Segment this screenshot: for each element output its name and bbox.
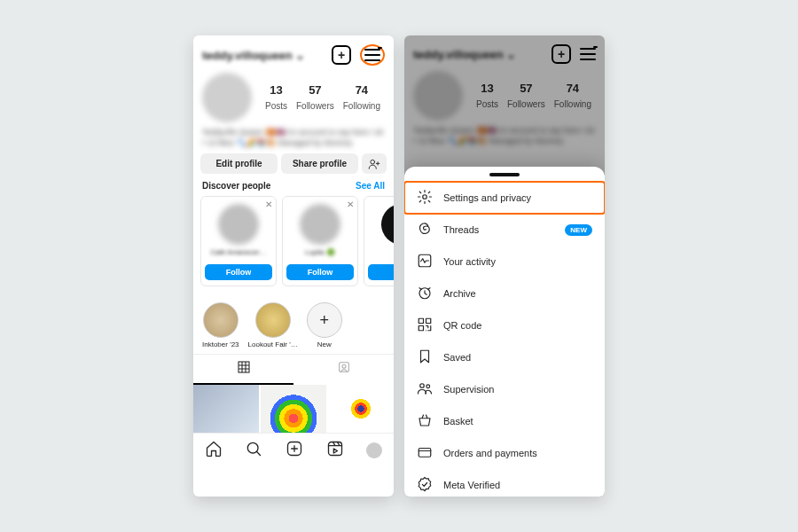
posts-grid[interactable] [193, 385, 394, 433]
svg-point-13 [420, 384, 425, 388]
menu-item-saved[interactable]: Saved [404, 341, 605, 373]
menu-item-orders[interactable]: Orders and payments [404, 437, 605, 469]
archive-icon [417, 285, 433, 302]
menu-highlight-ring [360, 44, 385, 66]
nav-profile-icon[interactable] [366, 442, 382, 458]
menu-item-label: Archive [443, 288, 476, 299]
menu-item-label: Settings and privacy [443, 192, 531, 203]
basket-icon [417, 412, 433, 430]
svg-rect-6 [328, 442, 341, 455]
stat-following[interactable]: 74Following [343, 83, 380, 113]
menu-item-activity[interactable]: Your activity [404, 246, 605, 278]
chevron-down-icon: ⌄ [295, 49, 305, 62]
profile-avatar[interactable] [202, 73, 252, 122]
tab-tagged[interactable] [293, 355, 394, 385]
qr-icon [417, 317, 433, 334]
tab-grid[interactable] [193, 355, 293, 385]
follow-button[interactable]: Follow [286, 264, 354, 280]
verified-icon [417, 476, 433, 494]
svg-point-7 [423, 195, 427, 200]
orders-icon [417, 444, 433, 462]
close-icon[interactable]: ✕ [347, 200, 354, 209]
bottom-sheet-menu: Settings and privacyThreadsNEWYour activ… [404, 167, 605, 497]
svg-rect-15 [419, 449, 431, 458]
menu-item-label: Threads [443, 224, 479, 235]
supervision-icon [417, 380, 433, 398]
menu-item-basket[interactable]: Basket [404, 405, 605, 437]
edit-profile-button[interactable]: Edit profile [200, 153, 278, 174]
profile-bio: Teddyvillo Queen 🇪🇸🇬🇧 An account to say … [193, 128, 394, 153]
menu-item-label: Basket [443, 416, 473, 426]
discover-title: Discover people [202, 181, 270, 191]
suggestion-card[interactable]: ✕Café Amanecer…Follow [200, 196, 277, 286]
see-all-link[interactable]: See All [356, 181, 385, 191]
svg-rect-1 [239, 362, 249, 372]
share-profile-button[interactable]: Share profile [281, 153, 358, 174]
menu-item-archive[interactable]: Archive [404, 278, 605, 309]
nav-reels-icon[interactable] [326, 440, 344, 462]
suggestion-card[interactable]: FaFátFol [364, 196, 394, 286]
svg-point-0 [371, 160, 375, 164]
username[interactable]: teddy.villoqueen⌄ [202, 49, 305, 62]
notification-dot [378, 47, 382, 49]
follow-button[interactable]: Fol [368, 264, 394, 280]
follow-button[interactable]: Follow [205, 264, 272, 280]
menu-item-label: QR code [443, 320, 481, 331]
menu-item-label: Your activity [443, 256, 496, 267]
menu-item-label: Saved [443, 352, 471, 363]
hamburger-menu-icon[interactable] [364, 49, 380, 61]
menu-item-label: Meta Verified [443, 480, 500, 490]
add-highlight[interactable]: +New [307, 302, 342, 348]
menu-item-gear[interactable]: Settings and privacy [404, 182, 605, 214]
svg-point-14 [426, 385, 430, 388]
close-icon[interactable]: ✕ [265, 200, 272, 209]
create-post-icon[interactable]: + [332, 45, 351, 65]
profile-screen: teddy.villoqueen⌄ + 13Posts 57Followers … [193, 35, 394, 497]
menu-screen: teddy.villoqueen⌄ + 13Posts 57Followers … [404, 35, 605, 497]
suggestion-carousel[interactable]: ✕Café Amanecer…Follow ✕Lupita 🟢Follow Fa… [193, 196, 394, 293]
activity-icon [417, 253, 433, 270]
svg-rect-11 [426, 318, 431, 323]
discover-people-icon[interactable] [362, 153, 387, 174]
nav-home-icon[interactable] [205, 440, 223, 462]
svg-point-3 [342, 365, 346, 369]
story-highlight[interactable]: Inktober '23 [202, 302, 239, 348]
menu-item-threads[interactable]: ThreadsNEW [404, 214, 605, 246]
gear-icon [417, 189, 433, 207]
new-badge: NEW [565, 224, 592, 236]
saved-icon [417, 348, 433, 366]
story-highlight[interactable]: Lookout Fair '… [248, 302, 298, 348]
sheet-grabber[interactable] [489, 173, 520, 176]
svg-rect-10 [419, 318, 423, 323]
stat-followers[interactable]: 57Followers [296, 83, 334, 113]
threads-icon [417, 221, 433, 239]
nav-create-icon[interactable] [286, 440, 303, 462]
menu-item-supervision[interactable]: Supervision [404, 373, 605, 405]
stat-posts[interactable]: 13Posts [265, 83, 287, 113]
nav-search-icon[interactable] [245, 440, 262, 462]
menu-item-label: Orders and payments [443, 448, 537, 458]
menu-item-label: Supervision [443, 384, 494, 395]
menu-item-verified[interactable]: Meta Verified [404, 469, 605, 497]
suggestion-card[interactable]: ✕Lupita 🟢Follow [282, 196, 358, 286]
svg-rect-2 [339, 363, 348, 372]
svg-rect-12 [419, 326, 423, 331]
menu-item-qr[interactable]: QR code [404, 309, 605, 341]
